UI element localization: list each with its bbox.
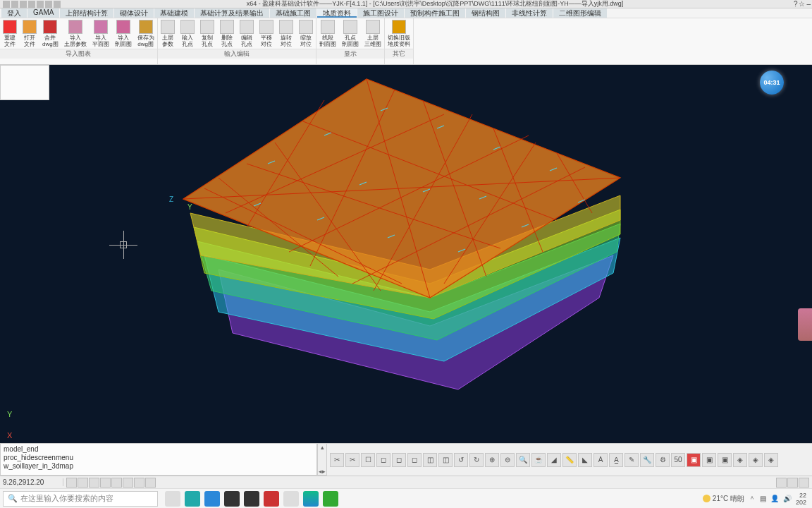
- qat-icons[interactable]: [3, 1, 61, 8]
- tool-icon[interactable]: ✂: [345, 453, 359, 467]
- taskbar-search[interactable]: 🔍 在这里输入你要搜索的内容: [3, 491, 158, 507]
- btn-move-align[interactable]: 平移 对位: [257, 18, 276, 49]
- tool-icon[interactable]: ◣: [578, 453, 592, 467]
- btn-hole-section[interactable]: 孔点 剖面图: [339, 18, 362, 49]
- floating-panel[interactable]: [0, 65, 49, 100]
- cmd-scrollbar[interactable]: ▴◂▸: [317, 443, 327, 476]
- status-right-icons[interactable]: [776, 478, 812, 488]
- menu-foundcalc[interactable]: 基础计算及结果输出: [195, 8, 269, 18]
- tool-icon[interactable]: ◻: [376, 453, 390, 467]
- command-area: model_end proc_hidescreenmenu w_soillaye…: [0, 443, 812, 476]
- tool-icon[interactable]: ⊖: [500, 453, 515, 467]
- btn-rebuild-file[interactable]: 重建 文件: [0, 18, 20, 49]
- system-buttons[interactable]: ? ☆ –: [794, 0, 811, 8]
- menu-foundmodel[interactable]: 基础建模: [154, 8, 194, 18]
- btn-soil-params[interactable]: 土层 参数: [158, 18, 178, 49]
- weather-widget[interactable]: 21°C 晴朗: [703, 494, 744, 504]
- tray-clock[interactable]: 22 202: [796, 492, 806, 506]
- tool-icon[interactable]: ◢: [547, 453, 561, 467]
- tool-icon[interactable]: ◻: [407, 453, 422, 467]
- tool-icon[interactable]: ▣: [702, 453, 716, 467]
- btn-switch-old[interactable]: 切换旧版 地质资料: [385, 18, 413, 49]
- task-app-icon[interactable]: [204, 491, 220, 507]
- menu-steel[interactable]: 钢结构图: [466, 8, 505, 18]
- task-app-icon[interactable]: [165, 491, 180, 507]
- menu-gama[interactable]: GAMA: [27, 8, 59, 18]
- tool-icon[interactable]: ◈: [764, 453, 778, 467]
- tool-icon[interactable]: ⚙: [656, 453, 670, 467]
- star-icon[interactable]: ☆: [799, 0, 805, 8]
- tool-icon[interactable]: 50: [671, 453, 685, 467]
- moon-icon: [703, 495, 710, 502]
- tool-icon[interactable]: 🔧: [640, 453, 654, 467]
- tray-wifi-icon[interactable]: 👤: [770, 495, 779, 502]
- task-app-icon[interactable]: [244, 491, 259, 507]
- tool-icon[interactable]: ↺: [454, 453, 468, 467]
- btn-open-file[interactable]: 打开 文件: [20, 18, 39, 49]
- btn-rotate-align[interactable]: 旋转 对位: [276, 18, 296, 49]
- btn-soil-3d[interactable]: 土层 三维图: [362, 18, 384, 49]
- menu-masonry[interactable]: 砌体设计: [114, 8, 154, 18]
- task-app-icon[interactable]: [224, 491, 240, 507]
- btn-import-soil[interactable]: 导入 土层参数: [61, 18, 90, 49]
- task-app-icon[interactable]: [264, 491, 279, 507]
- tool-icon[interactable]: A: [593, 453, 608, 467]
- min-icon[interactable]: –: [806, 0, 811, 8]
- tool-icon[interactable]: ▣: [687, 453, 701, 467]
- tool-icon[interactable]: ☐: [361, 453, 375, 467]
- task-app-icon[interactable]: [185, 491, 200, 507]
- tool-icon[interactable]: ◈: [733, 453, 747, 467]
- task-app-icon[interactable]: [303, 491, 319, 507]
- btn-import-section[interactable]: 导入 剖面图: [112, 18, 135, 49]
- menu-founddraw[interactable]: 基础施工图: [270, 8, 316, 18]
- tray-sound-icon[interactable]: 🔊: [783, 495, 792, 502]
- tool-icon[interactable]: ◈: [749, 453, 763, 467]
- btn-copy-hole[interactable]: 复制 孔点: [197, 18, 217, 49]
- menu-login[interactable]: 登入: [1, 8, 27, 18]
- command-history[interactable]: model_end proc_hidescreenmenu w_soillaye…: [0, 443, 317, 476]
- tool-icon[interactable]: ◫: [423, 453, 437, 467]
- task-app-icon[interactable]: [323, 491, 338, 507]
- status-toggle-icons[interactable]: [63, 478, 156, 488]
- canvas-3d-viewport[interactable]: 04:31: [0, 65, 812, 443]
- lower-toolbar: ✂ ✂ ☐ ◻ ◻ ◻ ◫ ◫ ↺ ↻ ⊕ ⊖ 🔍 ☕ ◢ 📏 ◣ A A̲ ✎…: [327, 443, 812, 476]
- world-axis-labels: Y X: [7, 410, 12, 440]
- menu-nonlinear[interactable]: 非线性计算: [506, 8, 553, 18]
- btn-delete-hole[interactable]: 删除 孔点: [217, 18, 237, 49]
- btn-merge-dwg[interactable]: 合并 dwg图: [39, 18, 61, 49]
- window-title: x64 - 盈建科基础设计软件——YJK-F[4.1.1] - [C:\User…: [61, 0, 809, 8]
- btn-edit-hole[interactable]: 编辑 孔点: [237, 18, 257, 49]
- tool-icon[interactable]: ↻: [469, 453, 484, 467]
- tray-ime-icon[interactable]: ▤: [760, 495, 766, 502]
- menu-2dedit[interactable]: 二维图形编辑: [553, 8, 607, 18]
- cmd-line: model_end: [4, 445, 314, 454]
- btn-line-section[interactable]: 线段 剖面图: [316, 18, 339, 49]
- tool-icon[interactable]: 🔍: [516, 453, 530, 467]
- tool-icon[interactable]: ◫: [438, 453, 453, 467]
- menu-upper[interactable]: 上部结构计算: [60, 8, 113, 18]
- menu-geology[interactable]: 地质资料: [317, 8, 357, 18]
- menu-constr[interactable]: 施工图设计: [357, 8, 404, 18]
- tool-icon[interactable]: ⊕: [485, 453, 499, 467]
- view-cube-icon[interactable]: [798, 308, 812, 341]
- tool-icon[interactable]: ▣: [718, 453, 732, 467]
- help-icon[interactable]: ?: [794, 0, 798, 8]
- tray-chevron-icon[interactable]: ＾: [749, 494, 756, 504]
- btn-import-plan[interactable]: 导入 平面图: [90, 18, 112, 49]
- tool-icon[interactable]: A̲: [609, 453, 623, 467]
- tool-icon[interactable]: ✎: [625, 453, 639, 467]
- ribbon-footer-display: 显示: [316, 49, 384, 59]
- tool-icon[interactable]: 📏: [562, 453, 577, 467]
- tool-icon[interactable]: ◻: [392, 453, 406, 467]
- btn-input-hole[interactable]: 输入 孔点: [178, 18, 197, 49]
- menu-precast[interactable]: 预制构件施工图: [405, 8, 465, 18]
- task-app-icon[interactable]: [283, 491, 299, 507]
- system-tray[interactable]: 21°C 晴朗 ＾ ▤ 👤 🔊 22 202: [703, 492, 812, 506]
- tool-icon[interactable]: ✂: [330, 453, 344, 467]
- cmd-line: w_soillayer_in_3dmap: [4, 462, 314, 471]
- tool-icon[interactable]: ☕: [531, 453, 546, 467]
- ribbon-group-other: 切换旧版 地质资料 其它: [385, 18, 414, 64]
- menu-bar: 登入 GAMA 上部结构计算 砌体设计 基础建模 基础计算及结果输出 基础施工图…: [0, 8, 812, 18]
- btn-save-dwg[interactable]: 保存为 dwg图: [135, 18, 157, 49]
- btn-scale-align[interactable]: 缩放 对位: [296, 18, 316, 49]
